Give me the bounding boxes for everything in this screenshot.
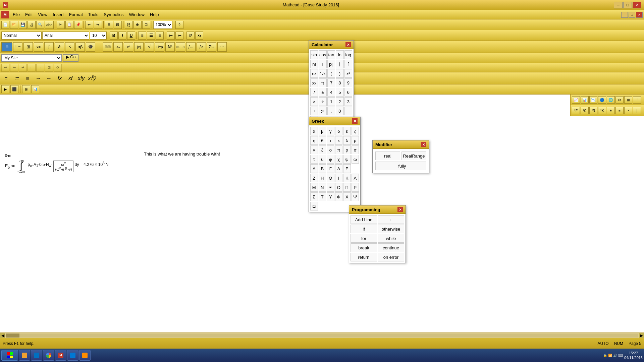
greek-Gamma[interactable]: Γ <box>327 164 334 173</box>
greek-Iota[interactable]: Ι <box>335 174 343 182</box>
calc-decimal[interactable]: . <box>327 107 335 115</box>
calc-inv[interactable]: 1/x <box>319 69 326 78</box>
help-button[interactable]: ? <box>175 21 183 29</box>
greek-mu[interactable]: μ <box>352 136 359 145</box>
prog-return[interactable]: return <box>351 253 377 261</box>
greek-upsilon[interactable]: υ <box>319 155 326 164</box>
calc-plusminus[interactable]: ± <box>319 88 326 97</box>
bullets-button[interactable]: ≔ <box>167 32 175 40</box>
undo2-button[interactable]: ↩ <box>1 64 9 72</box>
op-tilde-equals[interactable]: ≡ <box>23 74 32 83</box>
spellcheck-button[interactable]: abc <box>45 21 54 29</box>
mod-realrange[interactable]: RealRange <box>401 152 426 160</box>
start-button[interactable] <box>1 350 18 361</box>
chart-btn4[interactable]: 🔵 <box>598 96 606 104</box>
mod-fully[interactable]: fully <box>375 162 426 170</box>
taskbar-explorer[interactable] <box>19 350 30 361</box>
greek-kappa[interactable]: κ <box>335 136 343 145</box>
subscript-math-btn[interactable]: xₙ <box>113 42 123 52</box>
italic-button[interactable]: I <box>118 32 126 40</box>
calc-pi[interactable]: π <box>319 78 326 87</box>
eval-btn[interactable]: ⊞⊞ <box>103 42 112 52</box>
calc-assign[interactable]: := <box>319 107 326 115</box>
superscript-button[interactable]: x² <box>186 32 195 40</box>
font-select[interactable]: Arial <box>42 32 89 40</box>
greek-xi[interactable]: ξ <box>319 145 326 154</box>
greek-iota[interactable]: ι <box>327 136 334 145</box>
calc-floor[interactable]: ⌊ <box>336 60 343 68</box>
greek-chi[interactable]: χ <box>335 155 343 164</box>
greek-Tau[interactable]: Τ <box>319 192 326 201</box>
op-arrow[interactable]: → <box>34 74 43 83</box>
greek-Mu[interactable]: Μ <box>310 183 318 192</box>
greek-Xi[interactable]: Ξ <box>327 183 334 192</box>
greek-alpha[interactable]: α <box>310 127 318 135</box>
more-btn[interactable]: ⋯ <box>217 42 227 52</box>
back-button[interactable]: ← <box>28 64 36 72</box>
matrix2-btn[interactable]: Mᵀ <box>165 42 175 52</box>
go-button[interactable]: ▶ Go <box>63 54 78 62</box>
op-xfy2[interactable]: xf̄ȳ <box>87 74 97 83</box>
greek-phi[interactable]: φ <box>327 155 334 164</box>
degc-btn[interactable]: °C <box>581 107 589 114</box>
text-box[interactable]: This is what we are having trouble with! <box>141 150 223 158</box>
greek-omega[interactable]: ω <box>352 155 359 164</box>
taskbar-mathcad[interactable]: M <box>55 350 66 361</box>
greek-Sigma[interactable]: Σ <box>310 192 318 201</box>
greek-Upsilon[interactable]: Υ <box>327 192 334 201</box>
greek-Omega[interactable]: Ω <box>310 202 318 210</box>
greek-close-button[interactable]: ✕ <box>352 118 358 124</box>
greek-Epsilon[interactable]: Ε <box>343 164 351 173</box>
undo-button[interactable]: ↩ <box>85 21 93 29</box>
calc-sin[interactable]: sin <box>310 50 318 59</box>
calc-5[interactable]: 5 <box>336 88 343 97</box>
degk-btn[interactable]: °K <box>598 107 606 114</box>
horizontal-scrollbar[interactable]: ◀ ▶ <box>0 333 644 338</box>
greek-eta[interactable]: η <box>310 136 318 145</box>
menu-edit[interactable]: Edit <box>22 11 35 18</box>
greek-Omicron[interactable]: Ο <box>335 183 343 192</box>
calc-cos[interactable]: cos <box>319 50 326 59</box>
taskbar-store[interactable] <box>31 350 42 361</box>
greek-Delta[interactable]: Δ <box>335 164 343 173</box>
grid-btn[interactable]: ⊞ <box>23 42 33 52</box>
calc-2[interactable]: 2 <box>336 97 343 106</box>
chart-btn5[interactable]: 🌐 <box>607 96 615 104</box>
programming-close-button[interactable]: ✕ <box>397 207 403 212</box>
area-button[interactable]: ⊡ <box>142 21 150 29</box>
logic-btn[interactable]: ≤ <box>65 42 74 52</box>
greek-delta[interactable]: δ <box>335 127 343 135</box>
debug-button[interactable]: ⊞ <box>22 85 30 93</box>
subscript-button[interactable]: x₂ <box>195 32 203 40</box>
greek-gamma[interactable]: γ <box>327 127 334 135</box>
greek-Pi[interactable]: Π <box>343 183 351 192</box>
greek-rho[interactable]: ρ <box>343 145 351 154</box>
op-fx[interactable]: fx <box>55 74 64 83</box>
menu-symbolics[interactable]: Symbolics <box>101 11 126 18</box>
calculator-toolbar-btn[interactable]: ⊞ <box>1 42 12 52</box>
zoom-select[interactable]: 100% <box>153 21 172 29</box>
chart-btn8[interactable]: ⋮ <box>633 96 641 104</box>
redo-button[interactable]: ↪ <box>94 21 102 29</box>
scroll-left-button[interactable]: ◀ <box>0 333 5 338</box>
menu-view[interactable]: View <box>35 11 50 18</box>
insert-text-button[interactable]: ⊟ <box>114 21 122 29</box>
calc-ln[interactable]: ln <box>336 50 343 59</box>
calc-0[interactable]: 0 <box>336 107 343 115</box>
op-xfy[interactable]: xfy <box>76 74 86 83</box>
prog-otherwise[interactable]: otherwise <box>378 225 404 233</box>
paste-button[interactable]: 📌 <box>74 21 82 29</box>
print-preview-button[interactable]: 🔍 <box>36 21 44 29</box>
copy-button[interactable]: 📋 <box>65 21 73 29</box>
range-btn[interactable]: ƒ… <box>186 42 196 52</box>
greek-Phi[interactable]: Φ <box>335 192 343 201</box>
calc-square[interactable]: x² <box>344 69 352 78</box>
calculator-close-button[interactable]: ✕ <box>345 42 351 47</box>
greek-Eta[interactable]: Η <box>319 174 326 182</box>
greek-psi[interactable]: ψ <box>343 155 351 164</box>
calc-power[interactable]: xy <box>310 78 318 87</box>
calc-i[interactable]: i <box>319 60 326 68</box>
prog-addline[interactable]: Add Line <box>351 215 377 224</box>
prog-break[interactable]: break <box>351 243 377 252</box>
power-btn[interactable]: H^p <box>155 42 164 52</box>
